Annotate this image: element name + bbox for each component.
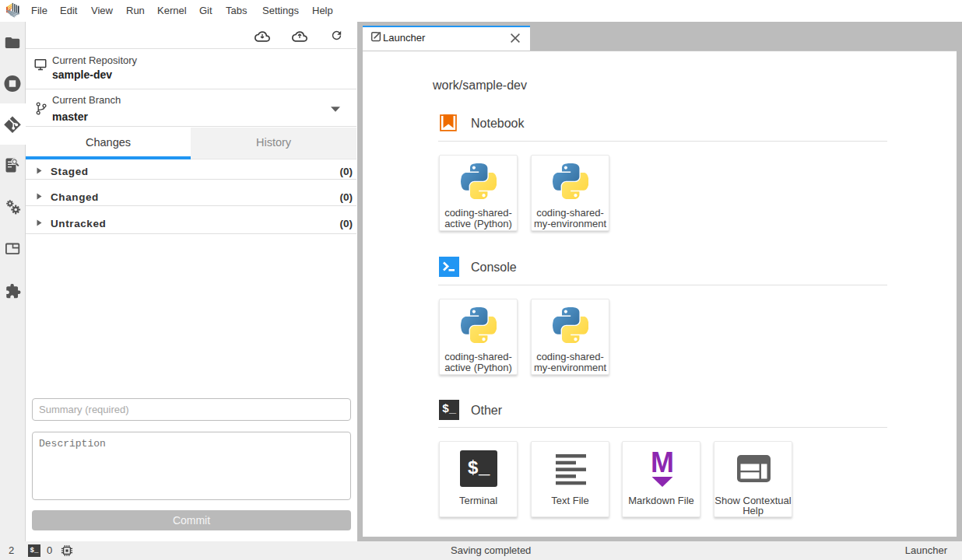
svg-text:M: M [651,451,674,478]
